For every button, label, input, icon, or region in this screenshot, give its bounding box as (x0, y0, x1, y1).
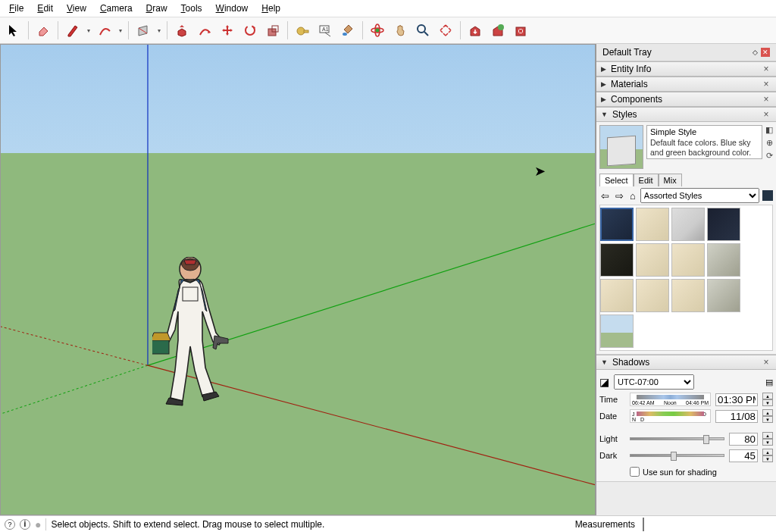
style-thumb[interactable] (636, 208, 669, 241)
style-thumb[interactable] (671, 208, 705, 241)
light-slider[interactable] (630, 437, 724, 440)
style-thumb[interactable] (707, 243, 740, 277)
tape-tool[interactable] (292, 20, 313, 41)
tray-close-icon[interactable]: ✕ (761, 48, 770, 57)
panel-materials[interactable]: ▶Materials× (596, 77, 776, 92)
current-style-thumb[interactable] (599, 125, 643, 169)
style-thumb[interactable] (671, 243, 705, 277)
shadow-toggle-icon[interactable]: ◪ (599, 376, 609, 388)
tab-select[interactable]: Select (599, 174, 634, 186)
svg-rect-20 (183, 287, 198, 301)
time-input[interactable] (715, 393, 758, 406)
spin-down-icon[interactable]: ▼ (762, 455, 773, 462)
spin-up-icon[interactable]: ▲ (762, 432, 773, 439)
ext-warehouse-tool[interactable] (510, 20, 531, 41)
geo-icon[interactable]: i (20, 519, 30, 530)
rectangle-tool[interactable] (133, 20, 154, 41)
close-icon[interactable]: × (761, 109, 771, 120)
date-slider[interactable]: J F M A M J J A S O N D (630, 409, 711, 423)
menu-camera[interactable]: Camera (94, 2, 139, 15)
spin-up-icon[interactable]: ▲ (762, 409, 773, 416)
shadow-menu-icon[interactable]: ▤ (765, 377, 773, 387)
arc-tool[interactable] (94, 20, 115, 41)
tray-pin-icon[interactable]: ◇ (750, 48, 759, 57)
tray-title-bar[interactable]: Default Tray ◇ ✕ (596, 44, 776, 61)
style-thumb[interactable] (600, 208, 634, 241)
timezone-select[interactable]: UTC-07:00 (614, 374, 694, 390)
menu-view[interactable]: View (61, 2, 92, 15)
nav-home-icon[interactable]: ⌂ (628, 190, 637, 202)
style-collection-select[interactable]: Assorted Styles (640, 188, 759, 203)
style-grid (599, 205, 773, 351)
move-tool[interactable] (217, 20, 238, 41)
scale-figure (152, 257, 236, 408)
menu-edit[interactable]: Edit (31, 2, 59, 15)
panel-styles[interactable]: ▼Styles× (596, 107, 776, 122)
use-sun-checkbox[interactable] (630, 467, 640, 477)
zoom-tool[interactable] (412, 20, 433, 41)
panel-components[interactable]: ▶Components× (596, 92, 776, 107)
style-thumb[interactable] (636, 279, 669, 312)
spin-down-icon[interactable]: ▼ (762, 416, 773, 423)
tab-mix[interactable]: Mix (659, 174, 682, 186)
style-refresh-icon[interactable]: ⟳ (766, 151, 773, 161)
nav-fwd-icon[interactable]: ⇨ (614, 190, 625, 202)
paint-tool[interactable] (337, 20, 358, 41)
spin-down-icon[interactable]: ▼ (762, 439, 773, 446)
panel-shadows[interactable]: ▼Shadows× (596, 355, 776, 370)
viewport-3d[interactable]: ➤ (0, 44, 596, 515)
close-icon[interactable]: × (761, 357, 771, 368)
tab-edit[interactable]: Edit (634, 174, 659, 186)
dark-input[interactable] (729, 449, 758, 462)
eraser-tool[interactable] (33, 20, 54, 41)
shape-dropdown[interactable]: ▾ (155, 27, 163, 34)
move-tool-alt[interactable] (194, 20, 215, 41)
warehouse-share-tool[interactable] (487, 20, 508, 41)
axis-red-neg (1, 327, 148, 365)
time-slider[interactable]: 06:42 AM Noon 04:46 PM (630, 393, 711, 406)
menu-draw[interactable]: Draw (140, 2, 174, 15)
close-icon[interactable]: × (761, 79, 771, 89)
style-thumb[interactable] (600, 279, 634, 312)
close-icon[interactable]: × (761, 94, 771, 105)
style-thumb[interactable] (600, 315, 634, 348)
spin-up-icon[interactable]: ▲ (762, 393, 773, 399)
spin-up-icon[interactable]: ▲ (762, 449, 773, 455)
styles-tabs: Select Edit Mix (599, 174, 773, 186)
measurements-input[interactable] (643, 518, 771, 531)
details-toggle-icon[interactable] (762, 190, 773, 201)
dark-slider[interactable] (630, 454, 724, 457)
pencil-tool[interactable] (62, 20, 83, 41)
pan-tool[interactable] (390, 20, 411, 41)
text-tool[interactable]: A1 (314, 20, 336, 41)
style-thumb[interactable] (671, 279, 705, 312)
menu-window[interactable]: Window (210, 2, 255, 15)
style-thumb[interactable] (600, 243, 634, 277)
menu-help[interactable]: Help (255, 2, 286, 15)
style-thumb[interactable] (707, 208, 740, 241)
zoom-extents-tool[interactable] (435, 20, 456, 41)
style-new-icon[interactable]: ⊕ (766, 138, 773, 148)
spin-down-icon[interactable]: ▼ (762, 399, 773, 406)
style-thumb[interactable] (636, 243, 669, 277)
pushpull-tool[interactable] (171, 20, 192, 41)
rotate-tool[interactable] (239, 20, 261, 41)
light-input[interactable] (729, 433, 758, 446)
user-icon[interactable]: ● (35, 518, 41, 530)
menu-tools[interactable]: Tools (175, 2, 208, 15)
select-tool[interactable] (3, 20, 24, 41)
close-icon[interactable]: × (761, 64, 771, 74)
arc-dropdown[interactable]: ▾ (117, 27, 124, 34)
style-display-icon[interactable]: ◧ (765, 125, 773, 135)
date-input[interactable] (715, 410, 758, 423)
nav-back-icon[interactable]: ⇦ (599, 190, 611, 202)
tray-title-label: Default Tray (602, 47, 652, 58)
style-thumb[interactable] (707, 279, 740, 312)
warehouse-get-tool[interactable] (465, 20, 486, 41)
scale-tool[interactable] (262, 20, 283, 41)
info-icon[interactable]: ? (5, 519, 15, 530)
panel-entity-info[interactable]: ▶Entity Info× (596, 61, 776, 77)
menu-file[interactable]: File (3, 2, 30, 15)
orbit-tool[interactable] (367, 20, 388, 41)
pencil-dropdown[interactable]: ▾ (85, 27, 92, 34)
